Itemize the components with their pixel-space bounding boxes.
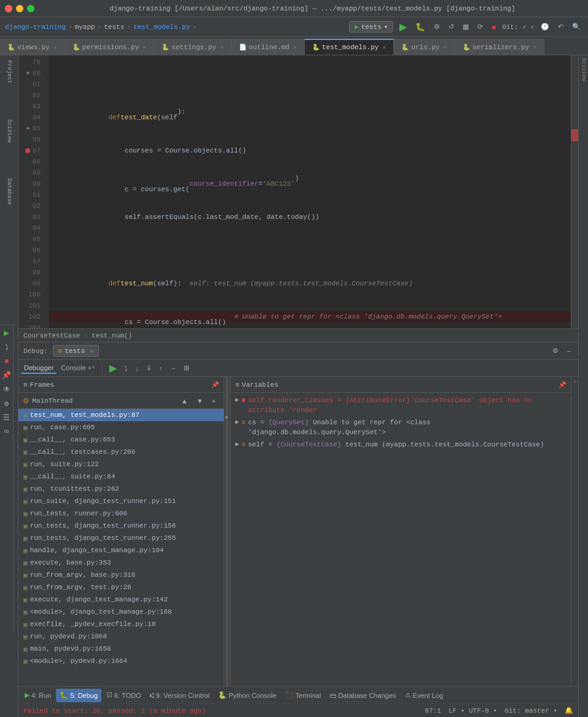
frames-list[interactable]: ▣ test_num, test_models.py:87 ▣ run, cas…	[18, 409, 224, 686]
notification-icon[interactable]: 🔔	[565, 707, 573, 715]
frame-item[interactable]: ▣ run, pydevd.py:1068	[18, 630, 224, 643]
close-icon[interactable]: ✕	[293, 44, 297, 51]
evaluate-button[interactable]: ⊞	[181, 363, 192, 373]
frame-item[interactable]: ▣ run_from_argv, test.py:26	[18, 581, 224, 593]
revert-button[interactable]: ↶	[555, 22, 566, 32]
thread-down-button[interactable]: ▼	[194, 396, 206, 406]
restore-icon[interactable]: ↗	[573, 378, 576, 385]
frame-item[interactable]: ▣ <module>, django_test_manage.py:168	[18, 606, 224, 618]
frame-item[interactable]: ▣ run, case.py:605	[18, 421, 224, 434]
frame-item[interactable]: ▣ handle, django_test_manage.py:104	[18, 544, 224, 557]
close-icon[interactable]: ✕	[444, 44, 447, 51]
reload-button[interactable]: ↺	[446, 22, 457, 32]
debugger-tab-button[interactable]: Debugger	[21, 363, 57, 374]
close-button[interactable]	[5, 5, 12, 12]
frame-item[interactable]: ▣ run_from_argv, base.py:316	[18, 569, 224, 581]
scview-icon[interactable]: SciView	[4, 117, 15, 145]
frame-item[interactable]: ▣ execfile, _pydev_execfile.py:18	[18, 618, 224, 630]
tab-outline-md[interactable]: 📄 outline.md ✕	[232, 39, 305, 55]
close-icon[interactable]: ✕	[90, 347, 93, 355]
step-out-button[interactable]: ↑	[156, 363, 166, 373]
stop-button[interactable]: ■	[489, 22, 498, 32]
cursor-position[interactable]: 87:1	[425, 707, 441, 715]
close-icon[interactable]: ✕	[382, 44, 386, 51]
encoding-info[interactable]: LF • UTF-8 •	[449, 707, 497, 715]
tab-permissions-py[interactable]: 🐍 permissions.py ✕	[65, 39, 154, 55]
variable-item-cs[interactable]: ▶ ≡ cs = {QuerySet} Unable to get repr f…	[230, 416, 571, 438]
frame-item[interactable]: ▣ execute, django_test_manage.py:142	[18, 593, 224, 606]
profiler-button[interactable]: ⟳	[475, 22, 485, 32]
run-to-cursor-button[interactable]: →	[167, 363, 179, 373]
breadcrumb-folder[interactable]: tests	[104, 23, 124, 31]
project-icon[interactable]: Project	[4, 58, 15, 86]
frame-item[interactable]: ▣ run_tests, runner.py:606	[18, 507, 224, 520]
frame-item[interactable]: ▣ run, tcunittest.py:262	[18, 483, 224, 495]
close-icon[interactable]: ✕	[220, 44, 224, 51]
coverage-button[interactable]: ▦	[460, 22, 471, 32]
breadcrumb-app[interactable]: myapp	[75, 23, 95, 31]
frame-item[interactable]: ▣ main, pydevd.py:1658	[18, 643, 224, 655]
right-sidebar-icon-1[interactable]: SciView	[581, 58, 587, 81]
splitter-arrow-right[interactable]: ▶	[225, 414, 229, 421]
run-tool-button[interactable]: ▶ 4: Run	[21, 689, 55, 702]
debug-settings-button[interactable]: ⚙	[550, 346, 561, 356]
frame-item-active[interactable]: ▣ test_num, test_models.py:87	[18, 409, 224, 421]
debug-minimize-button[interactable]: −	[565, 346, 573, 356]
run-button[interactable]: ▶	[397, 20, 409, 34]
step-into-button[interactable]: ↓	[132, 363, 142, 373]
tab-serializers-py[interactable]: 🐍 serializers.py ✕	[455, 39, 544, 55]
step-over-button[interactable]: ⤵	[121, 363, 131, 373]
minimize-button[interactable]	[16, 5, 23, 12]
breadcrumb-file[interactable]: test_models.py	[133, 23, 190, 31]
tab-views-py[interactable]: 🐍 views.py ✕	[0, 39, 65, 55]
expand-icon[interactable]: ▶	[235, 395, 239, 405]
git-status[interactable]: Git: master •	[504, 707, 557, 715]
close-icon[interactable]: ✕	[53, 44, 57, 51]
database-icon[interactable]: Database	[4, 176, 15, 207]
version-control-button[interactable]: ⑆ 9: Version Control	[146, 689, 213, 702]
frame-item[interactable]: ▣ __call__, suite.py:84	[18, 470, 224, 483]
frame-item[interactable]: ▣ execute, base.py:353	[18, 557, 224, 569]
variable-item-self[interactable]: ▶ ≡ self = {CourseTestCase} test_num (my…	[230, 438, 571, 451]
force-step-button[interactable]: ⇓	[143, 363, 155, 373]
clock-button[interactable]: 🕐	[538, 22, 552, 32]
tab-settings-py[interactable]: 🐍 settings.py ✕	[154, 39, 232, 55]
editor-scrollbar[interactable]	[571, 55, 578, 328]
frame-item[interactable]: ▣ run_tests, django_test_runner.py:255	[18, 532, 224, 544]
variable-item-error[interactable]: ▶ ■ self.renderer_classes = {AttributeEr…	[230, 394, 571, 416]
event-log-button[interactable]: ⚠ Event Log	[401, 689, 447, 702]
breakpoint-indicator[interactable]	[25, 148, 30, 153]
console-tab-button[interactable]: Console +⁺	[58, 363, 98, 373]
close-icon[interactable]: ✕	[533, 44, 536, 51]
frame-item[interactable]: ▣ run_suite, django_test_runner.py:151	[18, 495, 224, 507]
frame-item[interactable]: ▣ run, suite.py:122	[18, 458, 224, 470]
search-button[interactable]: 🔍	[570, 22, 583, 32]
debug-tool-button[interactable]: 🐛 5: Debug	[56, 689, 101, 702]
run-config-selector[interactable]: ▶ tests ▾	[349, 21, 393, 33]
pin-icon[interactable]: 📌	[559, 382, 566, 389]
maximize-button[interactable]	[27, 5, 34, 12]
tab-urls-py[interactable]: 🐍 urls.py ✕	[394, 39, 455, 55]
breadcrumb-project[interactable]: django-training	[5, 23, 66, 31]
todo-tool-button[interactable]: ☑ 6: TODO	[103, 689, 145, 702]
frame-item[interactable]: ▣ <module>, pydevd.py:1664	[18, 655, 224, 667]
expand-icon[interactable]: ▶	[235, 440, 239, 450]
frame-item[interactable]: ▣ run_tests, django_test_runner.py:156	[18, 520, 224, 532]
python-console-button[interactable]: 🐍 Python Console	[214, 689, 280, 702]
expand-icon[interactable]: ▶	[235, 418, 239, 427]
tab-test-models-py[interactable]: 🐍 test_models.py ✕	[305, 39, 394, 55]
code-content[interactable]: def test_date(self): courses = Course.ob…	[49, 55, 571, 328]
thread-up-button[interactable]: ▲	[178, 396, 191, 406]
frame-item[interactable]: ▣ __call__, testcases.py:206	[18, 446, 224, 458]
frame-item[interactable]: ▣ __call__, case.py:653	[18, 434, 224, 446]
build-button[interactable]: ⚙	[431, 22, 442, 32]
resume-button[interactable]: ▶	[106, 361, 120, 375]
terminal-button[interactable]: ⬛ Terminal	[281, 689, 325, 702]
debug-tab-tests[interactable]: ⚙ tests ✕	[53, 345, 100, 357]
traffic-lights[interactable]	[5, 5, 34, 12]
add-thread-button[interactable]: +	[209, 396, 219, 406]
debug-button[interactable]: 🐛	[413, 21, 428, 33]
panel-splitter[interactable]	[225, 377, 229, 686]
pin-icon[interactable]: 📌	[211, 382, 219, 389]
close-icon[interactable]: ✕	[143, 44, 146, 51]
